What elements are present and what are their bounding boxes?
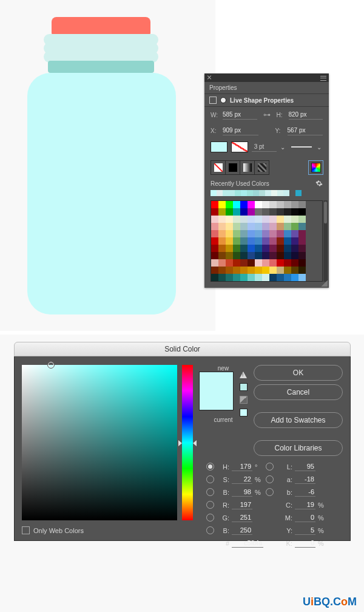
scroll-thumb[interactable] [324, 202, 327, 223]
swatch-cell[interactable] [226, 230, 233, 237]
swatch-cell[interactable] [211, 274, 218, 281]
radio-b-lab[interactable] [266, 488, 274, 496]
swatch-cell[interactable] [255, 245, 262, 252]
stroke-weight-field[interactable]: 3 pt [252, 142, 277, 152]
swatch-cell[interactable] [291, 208, 298, 216]
saturation-brightness-box[interactable] [22, 365, 177, 520]
swatch-cell[interactable] [269, 208, 277, 216]
swatch-cell[interactable] [284, 223, 291, 230]
swatch-cell[interactable] [277, 267, 284, 274]
swatch-cell[interactable] [269, 237, 277, 245]
recent-colors-strip[interactable] [204, 188, 329, 198]
swatch-cell[interactable] [255, 216, 262, 223]
swatch-cell[interactable] [269, 216, 277, 223]
swatch-cell[interactable] [226, 208, 233, 216]
swatch-cell[interactable] [284, 252, 291, 259]
radio-g[interactable] [206, 514, 214, 522]
swatch-cell[interactable] [226, 252, 233, 259]
radio-bv[interactable] [206, 488, 214, 496]
recent-swatch[interactable] [259, 190, 265, 196]
swatch-cell[interactable] [298, 237, 306, 245]
swatch-cell[interactable] [233, 267, 240, 274]
web-safe-swatch[interactable] [240, 409, 248, 416]
swatch-cell[interactable] [240, 259, 248, 267]
swatch-cell[interactable] [277, 223, 284, 230]
radio-r[interactable] [206, 501, 214, 509]
swatch-cell[interactable] [298, 274, 306, 281]
swatch-cell[interactable] [298, 201, 306, 208]
swatch-cell[interactable] [240, 267, 248, 274]
swatch-cell[interactable] [226, 216, 233, 223]
recent-swatch[interactable] [217, 190, 223, 196]
swatch-cell[interactable] [226, 274, 233, 281]
radio-s[interactable] [206, 475, 214, 483]
swatch-cell[interactable] [233, 274, 240, 281]
swatch-cell[interactable] [240, 201, 248, 208]
swatch-cell[interactable] [233, 216, 240, 223]
swatch-cell[interactable] [248, 208, 255, 216]
swatch-cell[interactable] [240, 245, 248, 252]
swatch-cell[interactable] [277, 245, 284, 252]
swatch-cell[interactable] [262, 230, 269, 237]
swatch-cell[interactable] [284, 259, 291, 267]
gear-icon[interactable] [315, 180, 323, 187]
radio-h[interactable] [206, 463, 214, 471]
recent-swatch[interactable] [265, 190, 271, 196]
fill-gradient-button[interactable] [240, 160, 255, 175]
ok-button[interactable]: OK [254, 365, 343, 381]
swatch-cell[interactable] [233, 259, 240, 267]
swatch-cell[interactable] [218, 267, 226, 274]
swatch-cell[interactable] [233, 208, 240, 216]
color-libraries-button[interactable]: Color Libraries [254, 440, 343, 456]
swatch-cell[interactable] [240, 208, 248, 216]
swatch-cell[interactable] [218, 274, 226, 281]
swatch-cell[interactable] [262, 274, 269, 281]
swatch-cell[interactable] [291, 201, 298, 208]
swatch-cell[interactable] [211, 252, 218, 259]
stroke-swatch[interactable] [231, 141, 248, 152]
swatch-cell[interactable] [277, 230, 284, 237]
color-picker-button[interactable] [308, 160, 323, 175]
fill-none-button[interactable] [211, 160, 226, 175]
swatch-cell[interactable] [248, 201, 255, 208]
swatch-cell[interactable] [291, 223, 298, 230]
panel-menu-icon[interactable] [320, 76, 326, 81]
swatch-cell[interactable] [298, 216, 306, 223]
fill-solid-button[interactable] [225, 160, 240, 175]
swatch-cell[interactable] [218, 201, 226, 208]
close-icon[interactable] [207, 75, 212, 80]
radio-l[interactable] [266, 463, 274, 471]
swatch-cell[interactable] [255, 259, 262, 267]
swatch-cell[interactable] [211, 237, 218, 245]
swatch-cell[interactable] [262, 223, 269, 230]
r-field[interactable]: 197 [232, 500, 252, 509]
s-field[interactable]: 22 [232, 475, 252, 484]
radio-bc[interactable] [206, 526, 214, 534]
swatch-cell[interactable] [233, 223, 240, 230]
g-field[interactable]: 251 [232, 513, 252, 522]
swatch-cell[interactable] [255, 208, 262, 216]
recent-swatch[interactable] [223, 190, 229, 196]
recent-swatch[interactable] [295, 190, 302, 196]
swatch-cell[interactable] [211, 223, 218, 230]
swatch-cell[interactable] [218, 237, 226, 245]
swatch-cell[interactable] [211, 216, 218, 223]
swatch-cell[interactable] [291, 259, 298, 267]
hue-handle-left-icon[interactable] [178, 440, 182, 446]
swatch-cell[interactable] [269, 274, 277, 281]
chevron-down-icon-2[interactable]: ⌄ [317, 144, 323, 151]
new-current-swatch[interactable] [199, 372, 234, 410]
swatch-cell[interactable] [277, 201, 284, 208]
swatch-cell[interactable] [255, 252, 262, 259]
width-field[interactable]: 585 px [223, 110, 257, 120]
swatch-cell[interactable] [269, 267, 277, 274]
swatch-cell[interactable] [226, 201, 233, 208]
swatch-cell[interactable] [211, 230, 218, 237]
swatch-grid[interactable] [211, 200, 323, 282]
x-field[interactable]: 909 px [223, 126, 258, 135]
swatch-cell[interactable] [284, 274, 291, 281]
swatch-cell[interactable] [277, 208, 284, 216]
swatch-cell[interactable] [240, 237, 248, 245]
swatch-cell[interactable] [262, 245, 269, 252]
recent-swatch[interactable] [289, 190, 295, 196]
